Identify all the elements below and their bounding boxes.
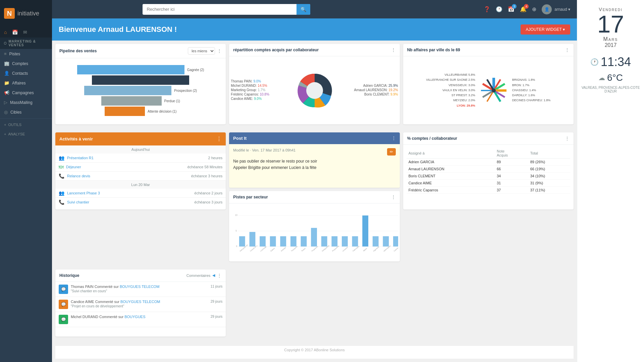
bar-chart-svg: 10 5 0 [231,205,398,255]
pipeline-actions: les miens ⋮ [188,47,222,55]
funnel-row [92,75,189,85]
activity-icon: 🍽 [59,164,63,170]
funnel-bar-5 [101,96,162,106]
city-label: VENISSIEUX: 3.0% [426,83,475,88]
activity-row: 📞 Suivi chantier échéance 3 jours [55,198,226,206]
activity-link[interactable]: Lancement Phase 3 [67,191,100,195]
pipeline-body: Gagnée (2) Prospection (2) Perdue (1) [55,58,226,124]
activity-time: échéance 58 Minutes [187,165,223,169]
historique-company-link[interactable]: BOUYGUES TELECOM [120,285,159,289]
time-value: 11:34 [601,55,631,69]
repartition-menu-icon[interactable]: ⋮ [391,47,396,53]
calendar-nav-icon[interactable]: 📅 [12,29,18,35]
history-icon[interactable]: 🕐 [496,6,502,12]
funnel-bar-3 [84,86,171,95]
search-input[interactable] [143,4,297,14]
svg-point-1 [306,82,323,99]
historique-content: Candice AIME Commenté sur BOUYGUES TELEC… [71,300,208,308]
add-widget-button[interactable]: AJOUTER WIDGET ▾ [521,24,570,35]
pipeline-menu-icon[interactable]: ⋮ [217,48,222,54]
pistes-title: Pistes par secteur [233,195,268,199]
postit-menu-icon[interactable]: ⋮ [392,136,396,140]
analyse-label: ANALYSE [8,132,25,136]
activity-link[interactable]: Présentation R1 [67,156,94,160]
pistes-widget: Pistes par secteur ⋮ 10 5 0 [229,191,399,261]
sidebar: N initiative ⌂ 📅 ✉ MARKETING & VENTES ≡ … [0,0,52,362]
sidebar-item-pistes[interactable]: ≡ Pistes [0,49,52,59]
pie-chart-svg [293,69,336,112]
sidebar-item-label: Comptes [12,61,28,66]
postit-edit-button[interactable]: ✏ [387,148,396,156]
bar-blank [363,216,369,247]
activity-link[interactable]: Relance devis [67,174,90,178]
date-display: Vendredi 17 Mars 2017 [597,7,624,48]
weather-display: ☁ 6°C [598,72,623,83]
funnel-label-7: Attente décision (1) [148,110,176,113]
historique-action: Commenté sur [99,315,123,319]
comptes-acquis: 89 [495,158,528,165]
add-icon[interactable]: ⊕ [532,6,536,12]
repartition-widget: répartition comptes acquis par collabora… [229,44,399,124]
logo-area: N initiative [0,0,52,27]
search-button[interactable]: 🔍 [297,4,310,15]
comptes-acquis: 66 [495,165,528,172]
pipeline-header: Pipeline des ventes les miens ⋮ [55,44,226,58]
activity-link[interactable]: Suivi chantier [67,200,89,204]
historique-company-link[interactable]: BOUYGUES TELECOM [120,300,160,304]
svg-text:10: 10 [235,214,238,216]
sidebar-item-label: Campagnes [12,90,34,95]
pistes-menu-icon[interactable]: ⋮ [391,194,396,200]
historique-icon: 💬 [59,285,68,294]
sidebar-item-massmailing[interactable]: ▷ MassMailing [0,98,52,107]
home-nav-icon[interactable]: ⌂ [4,29,7,35]
main-content: 🔍 ❓ 🕐 📅 3 🔔 4 ⊕ 👤 arnaud ▾ Bienvenue Arn… [52,0,577,362]
sidebar-item-comptes[interactable]: 🏢 Comptes [0,59,52,68]
funnel-row: Attente décision (1) [105,107,176,116]
help-icon[interactable]: ❓ [484,6,490,12]
historique-menu-icon[interactable]: ⋮ [217,273,222,278]
nb-affaires-menu-icon[interactable]: ⋮ [565,47,570,53]
nb-affaires-header: Nb affaires par ville ds le 69 ⋮ [403,44,574,56]
historique-company-link[interactable]: BOUYGUES [124,315,145,319]
user-area[interactable]: 👤 arnaud ▾ [542,4,570,14]
activity-row: 🍽 Déjeuner échéance 58 Minutes [55,163,226,172]
activites-menu-icon[interactable]: ⋮ [216,136,222,142]
sidebar-item-campagnes[interactable]: 📢 Campagnes [0,88,52,98]
activity-icon: 📞 [59,173,64,179]
repartition-title: répartition comptes acquis par collabora… [233,48,319,52]
legend-2: Michel DURAND: 14.5% [231,84,292,87]
activity-time: échéance 3 jours [195,200,223,204]
sidebar-item-label: MassMailing [10,100,33,105]
bell-icon[interactable]: 🔔 4 [520,6,527,12]
sidebar-item-contacts[interactable]: 👤 Contacts [0,68,52,78]
comptes-total: 66 (19%) [528,165,570,172]
mail-nav-icon[interactable]: ✉ [23,29,27,35]
historique-filter-icon[interactable]: ◀ [212,273,215,278]
svg-point-13 [492,88,496,93]
sidebar-item-affaires[interactable]: 📁 Affaires [0,78,52,88]
nb-affaires-right-labels: BRIGNAIS: 1.8% BRON: 1.7% CHASSIEU: 1.4%… [512,77,551,103]
calendar-icon[interactable]: 📅 3 [508,6,515,12]
activity-link[interactable]: Déjeuner [66,165,81,169]
dashboard: Pipeline des ventes les miens ⋮ Gagnée (… [52,41,577,362]
historique-item: 💬 Thomas PAIN Commenté sur BOUYGUES TELE… [55,282,226,297]
sidebar-item-label: Pistes [9,52,20,56]
sidebar-group-analyse[interactable]: + ANALYSE [0,129,52,139]
svg-text:0: 0 [236,245,237,247]
starburst-chart [479,75,509,106]
svg-text:-Blank-: -Blank- [363,247,368,252]
legend-r-1: Adrien GARCIA: 25.9% [336,84,398,87]
comptes-name: Arnaud LAURENSON [407,165,495,172]
sidebar-item-cibles[interactable]: ◎ Cibles [0,107,52,117]
expand-icon: + [4,123,6,127]
comptes-menu-icon[interactable]: ⋮ [565,136,570,141]
historique-action: Commenté sur [95,300,119,304]
historique-time: 29 jours [211,315,223,318]
historique-icon: 💬 [59,300,68,309]
pipeline-filter[interactable]: les miens [188,47,215,55]
funnel-bar-7 [105,107,145,116]
sidebar-section-header: MARKETING & VENTES [0,38,52,49]
avatar: 👤 [542,4,552,14]
historique-item: 💬 Michel DURAND Commenté sur BOUYGUES 29… [55,312,226,327]
sidebar-group-outils[interactable]: + OUTILS [0,120,52,129]
